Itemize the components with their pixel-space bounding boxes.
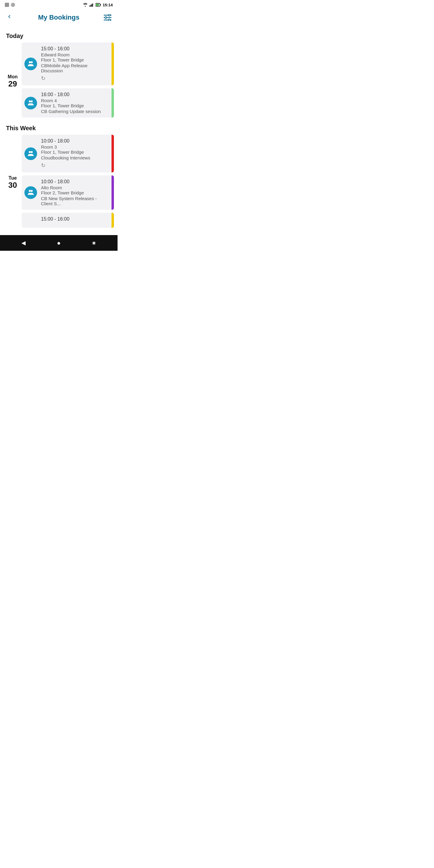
card-time-2: 16:00 - 18:00: [41, 92, 109, 97]
svg-rect-0: [90, 5, 90, 7]
booking-card-3[interactable]: 10:00 - 18:00 Room 3 Floor 1, Tower Brid…: [22, 135, 114, 173]
card-title-3: Cloudbooking Interviews: [41, 155, 109, 160]
people-icon-1: [27, 60, 35, 68]
day-name-tue: Tue: [8, 176, 17, 181]
day-name-mon: Mon: [8, 74, 18, 80]
card-icon-area-3: [22, 135, 40, 173]
svg-point-16: [31, 100, 33, 102]
people-icon-4: [27, 189, 35, 196]
svg-point-17: [29, 151, 31, 153]
card-icon-area-5: [22, 213, 40, 228]
status-bar: 15:14: [0, 0, 118, 10]
day-group-mon29: Mon 29 15:00 - 16:00 Edward R: [0, 42, 118, 118]
svg-point-15: [29, 100, 31, 102]
day-label-tue30: Tue 30: [4, 135, 22, 228]
battery-icon: [96, 3, 101, 7]
section-heading-today: Today: [0, 28, 118, 42]
card-body-1: 15:00 - 16:00 Edward Room Floor 1, Tower…: [40, 42, 112, 85]
card-time-4: 10:00 - 18:00: [41, 179, 109, 184]
svg-rect-6: [96, 4, 99, 6]
cards-col-mon29: 15:00 - 16:00 Edward Room Floor 1, Tower…: [22, 42, 114, 118]
card-body-3: 10:00 - 18:00 Room 3 Floor 1, Tower Brid…: [40, 135, 112, 173]
card-accent-2: [112, 88, 114, 118]
booking-card-4[interactable]: 10:00 - 18:00 Alto Room Floor 2, Tower B…: [22, 176, 114, 210]
status-bar-left: [5, 3, 15, 7]
card-title-1: CBMobile App Release Discussion: [41, 63, 109, 73]
card-icon-area-1: [22, 42, 40, 85]
section-heading-week: This Week: [0, 120, 118, 135]
filter-button[interactable]: [101, 14, 112, 21]
svg-point-20: [31, 190, 33, 192]
card-location-4: Floor 2, Tower Bridge: [41, 190, 109, 195]
svg-point-19: [29, 190, 31, 192]
page-title: My Bookings: [17, 13, 101, 22]
svg-point-18: [31, 151, 33, 153]
svg-point-12: [108, 19, 110, 21]
clock: 15:14: [103, 3, 113, 7]
svg-point-14: [31, 61, 33, 63]
card-icon-area-2: [22, 88, 40, 118]
card-body-4: 10:00 - 18:00 Alto Room Floor 2, Tower B…: [40, 176, 112, 210]
header: My Bookings: [0, 10, 118, 25]
card-room-2: Room 4: [41, 98, 109, 103]
day-group-tue30: Tue 30 10:00 - 18:00 Room 3: [0, 135, 118, 228]
card-time-5: 15:00 - 16:00: [41, 216, 109, 222]
day-label-mon29: Mon 29: [4, 42, 22, 118]
card-accent-5: [112, 213, 114, 228]
card-room-1: Edward Room: [41, 52, 109, 57]
day-number-30: 30: [8, 181, 17, 190]
card-recurring-3: ↻: [41, 162, 109, 169]
card-body-2: 16:00 - 18:00 Room 4 Floor 1, Tower Brid…: [40, 88, 112, 118]
card-room-3: Room 3: [41, 144, 109, 150]
nav-back-button[interactable]: ▶: [16, 240, 31, 246]
room-icon-1: [24, 58, 37, 70]
svg-rect-1: [91, 4, 92, 7]
svg-point-11: [105, 17, 107, 19]
card-location-1: Floor 1, Tower Bridge: [41, 57, 109, 62]
room-icon-2: [24, 97, 37, 110]
bottom-nav: ▶ ● ■: [0, 235, 118, 251]
nav-square-button[interactable]: ■: [87, 240, 101, 246]
svg-rect-2: [92, 4, 93, 7]
room-icon-3: [24, 147, 37, 160]
sim-icon: [5, 3, 9, 7]
card-room-4: Alto Room: [41, 185, 109, 190]
svg-point-13: [29, 61, 31, 63]
card-location-2: Floor 1, Tower Bridge: [41, 103, 109, 108]
svg-point-10: [108, 14, 110, 16]
card-title-2: CB Gathering Update session: [41, 109, 109, 114]
status-bar-right: 15:14: [83, 3, 113, 7]
people-icon-3: [27, 150, 35, 158]
card-recurring-1: ↻: [41, 75, 109, 82]
card-accent-1: [112, 42, 114, 85]
booking-card-2[interactable]: 16:00 - 18:00 Room 4 Floor 1, Tower Brid…: [22, 88, 114, 118]
bookings-content: Today Mon 29 15:00 - 16:: [0, 25, 118, 235]
card-icon-area-4: [22, 176, 40, 210]
cell-signal-icon: [90, 3, 94, 7]
card-accent-3: [112, 135, 114, 173]
signal-icon: [11, 3, 15, 7]
svg-rect-5: [100, 4, 101, 5]
card-location-3: Floor 1, Tower Bridge: [41, 150, 109, 155]
nav-home-button[interactable]: ●: [52, 240, 66, 247]
svg-rect-3: [93, 3, 94, 7]
day-number-29: 29: [8, 80, 17, 88]
card-time-1: 15:00 - 16:00: [41, 46, 109, 52]
people-icon-2: [27, 99, 35, 107]
booking-card-5[interactable]: 15:00 - 16:00: [22, 213, 114, 228]
card-title-4: CB New System Releases - Client S...: [41, 196, 109, 206]
card-body-5: 15:00 - 16:00: [40, 213, 112, 228]
back-button[interactable]: [6, 13, 17, 22]
cards-col-tue30: 10:00 - 18:00 Room 3 Floor 1, Tower Brid…: [22, 135, 114, 228]
wifi-icon: [83, 3, 88, 7]
card-time-3: 10:00 - 18:00: [41, 138, 109, 144]
booking-card-1[interactable]: 15:00 - 16:00 Edward Room Floor 1, Tower…: [22, 42, 114, 85]
room-icon-4: [24, 186, 37, 199]
card-accent-4: [112, 176, 114, 210]
